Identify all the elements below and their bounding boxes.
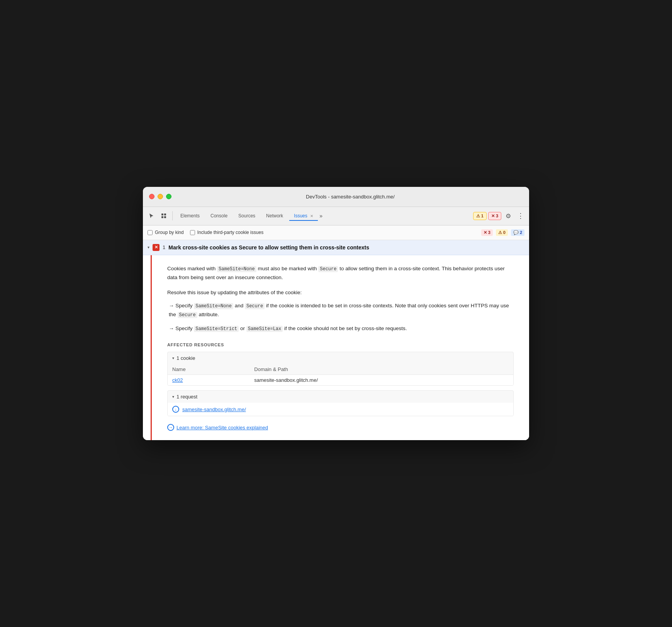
code-secure-3: Secure	[178, 312, 197, 318]
cookie-section-header[interactable]: ▾ 1 cookie	[168, 352, 513, 364]
error-count-badge: ✕ 3	[481, 229, 493, 236]
filter-counts: ✕ 3 ⚠ 0 💬 2	[481, 229, 524, 236]
issue-body: Cookies marked with SameSite=None must a…	[151, 255, 529, 440]
suggestion-2: → Specify SameSite=Strict or SameSite=La…	[167, 324, 514, 333]
warning-count: 1	[481, 214, 484, 218]
window-title: DevTools - samesite-sandbox.glitch.me/	[178, 194, 523, 200]
request-chevron-icon: ▾	[172, 395, 174, 399]
issue-chevron-icon: ▾	[148, 245, 149, 249]
warning-count-badge: ⚠ 0	[496, 229, 508, 236]
suggestion-1: → Specify SameSite=None and Secure if th…	[167, 302, 514, 319]
tab-elements[interactable]: Elements	[176, 211, 204, 221]
info-count-value: 2	[520, 230, 522, 235]
more-tabs-button[interactable]: »	[319, 213, 322, 219]
svg-rect-2	[161, 216, 163, 218]
issue-error-icon: ✕	[153, 244, 160, 251]
error-badge[interactable]: ✕ 3	[488, 212, 501, 220]
issues-content: ▾ ✕ 1 Mark cross-site cookies as Secure …	[143, 240, 529, 440]
toolbar-divider-1	[172, 211, 173, 220]
affected-resources-title: AFFECTED RESOURCES	[167, 342, 514, 347]
request-section: ▾ 1 request ↓ samesite-sandbox.glitch.me…	[167, 390, 514, 416]
devtools-window: DevTools - samesite-sandbox.glitch.me/ E…	[143, 187, 529, 440]
cookie-table: Name Domain & Path ck02 samesite-sandbox…	[168, 364, 513, 385]
maximize-button[interactable]	[166, 194, 171, 199]
svg-rect-1	[164, 214, 166, 215]
layers-icon[interactable]	[158, 210, 169, 221]
cookie-domain-header: Domain & Path	[249, 364, 513, 375]
third-party-filter[interactable]: Include third-party cookie issues	[190, 230, 263, 235]
code-samesite-lax: SameSite=Lax	[246, 326, 283, 332]
arrow-icon-2: →	[169, 325, 174, 331]
svg-rect-0	[161, 214, 163, 215]
third-party-label: Include third-party cookie issues	[197, 230, 263, 235]
code-samesite-strict: SameSite=Strict	[194, 326, 239, 332]
more-options-button[interactable]: ⋮	[515, 210, 526, 221]
code-samesite-none: SameSite=None	[217, 266, 256, 272]
settings-button[interactable]: ⚙	[503, 210, 514, 221]
tab-issues[interactable]: Issues ✕	[289, 211, 318, 221]
cookie-chevron-icon: ▾	[172, 356, 174, 360]
cookie-section: ▾ 1 cookie Name Domain & Path ck02	[167, 352, 514, 386]
tab-console[interactable]: Console	[206, 211, 232, 221]
resolve-intro: Resolve this issue by updating the attri…	[167, 290, 514, 295]
issue-count: 1	[163, 244, 165, 250]
code-samesite-none-2: SameSite=None	[194, 303, 233, 309]
traffic-lights	[149, 194, 171, 199]
cookie-section-label: 1 cookie	[176, 355, 195, 361]
error-count-icon: ✕	[484, 230, 487, 235]
learn-more-link[interactable]: Learn more: SameSite cookies explained	[176, 425, 268, 430]
devtools-toolbar: Elements Console Sources Network Issues …	[143, 207, 529, 225]
learn-more-circle-icon: →	[167, 424, 174, 431]
tab-sources[interactable]: Sources	[234, 211, 260, 221]
learn-more-section: → Learn more: SameSite cookies explained	[167, 424, 514, 431]
cookie-domain-cell: samesite-sandbox.glitch.me/	[249, 375, 513, 386]
info-count-badge: 💬 2	[511, 229, 524, 236]
issue-description: Cookies marked with SameSite=None must a…	[167, 264, 514, 282]
third-party-checkbox[interactable]	[190, 230, 195, 235]
error-count-value: 3	[488, 230, 490, 235]
affected-resources: AFFECTED RESOURCES ▾ 1 cookie Name Domai…	[167, 342, 514, 416]
request-section-header[interactable]: ▾ 1 request	[168, 391, 513, 403]
title-bar: DevTools - samesite-sandbox.glitch.me/	[143, 187, 529, 207]
warning-count-icon: ⚠	[498, 230, 502, 235]
filter-bar: Group by kind Include third-party cookie…	[143, 225, 529, 240]
warning-icon: ⚠	[476, 214, 480, 219]
info-count-icon: 💬	[513, 230, 519, 235]
issue-title: Mark cross-site cookies as Secure to all…	[168, 244, 369, 251]
cookie-row: ck02 samesite-sandbox.glitch.me/	[168, 375, 513, 386]
close-button[interactable]	[149, 194, 154, 199]
minimize-button[interactable]	[158, 194, 163, 199]
arrow-icon-1: →	[169, 303, 174, 308]
code-secure-2: Secure	[245, 303, 265, 309]
request-arrow-icon: ↓	[172, 406, 179, 413]
tab-network[interactable]: Network	[261, 211, 288, 221]
issue-header[interactable]: ▾ ✕ 1 Mark cross-site cookies as Secure …	[143, 240, 529, 255]
warning-count-value: 0	[503, 230, 506, 235]
request-section-label: 1 request	[176, 394, 197, 400]
error-icon: ✕	[491, 214, 495, 219]
cursor-tool-icon[interactable]	[146, 210, 157, 221]
cookie-name-header: Name	[168, 364, 249, 375]
group-by-kind-label: Group by kind	[155, 230, 184, 235]
warning-badge[interactable]: ⚠ 1	[473, 212, 487, 220]
code-secure-1: Secure	[318, 266, 338, 272]
request-url[interactable]: samesite-sandbox.glitch.me/	[182, 407, 246, 412]
cookie-name-cell[interactable]: ck02	[168, 375, 249, 386]
tab-close-icon[interactable]: ✕	[310, 214, 313, 218]
svg-rect-3	[164, 216, 166, 218]
group-by-kind-filter[interactable]: Group by kind	[148, 230, 184, 235]
error-count: 3	[496, 214, 498, 218]
group-by-kind-checkbox[interactable]	[148, 230, 153, 235]
request-item: ↓ samesite-sandbox.glitch.me/	[168, 403, 513, 416]
